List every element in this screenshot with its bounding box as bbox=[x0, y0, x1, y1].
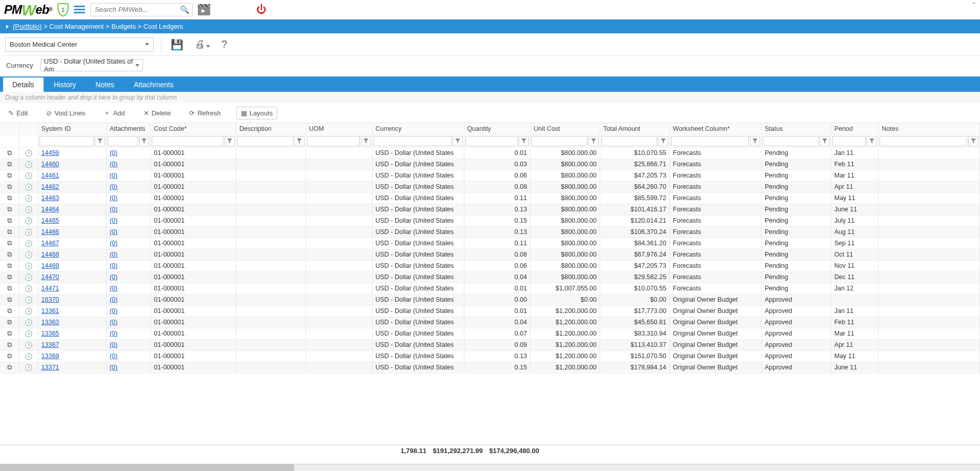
search-input[interactable] bbox=[90, 3, 193, 16]
filter-icon[interactable] bbox=[361, 136, 371, 146]
filter-icon[interactable] bbox=[867, 136, 877, 146]
table-row[interactable]: ⧉🕓14460(0)01-000001USD - Dollar (United … bbox=[0, 159, 980, 170]
layouts-button[interactable]: ▦Layouts bbox=[236, 107, 278, 120]
video-icon[interactable] bbox=[198, 4, 210, 15]
delete-button[interactable]: ✕Delete bbox=[140, 107, 174, 119]
breadcrumb-item[interactable]: Cost Ledgers bbox=[144, 23, 183, 30]
hierarchy-icon[interactable]: ⧉ bbox=[0, 249, 19, 260]
system-id-link[interactable]: 16370 bbox=[42, 296, 59, 303]
clock-icon[interactable]: 🕓 bbox=[19, 328, 38, 339]
breadcrumb-item[interactable]: Budgets bbox=[111, 23, 136, 30]
system-id-link[interactable]: 13369 bbox=[42, 352, 59, 360]
hierarchy-icon[interactable]: ⧉ bbox=[0, 362, 19, 373]
filter-icon[interactable] bbox=[968, 136, 978, 146]
horizontal-scrollbar[interactable] bbox=[0, 464, 980, 471]
system-id-link[interactable]: 14462 bbox=[42, 183, 59, 190]
system-id-link[interactable]: 13365 bbox=[42, 330, 59, 337]
col-header[interactable]: Cost Code* bbox=[151, 123, 236, 134]
void-lines-button[interactable]: ⊘Void Lines bbox=[43, 107, 88, 119]
attachments-link[interactable]: (0) bbox=[110, 285, 117, 292]
table-row[interactable]: ⧉🕓14463(0)01-000001USD - Dollar (United … bbox=[0, 192, 980, 204]
hierarchy-icon[interactable]: ⧉ bbox=[0, 339, 19, 350]
collapse-caret-icon[interactable]: ⌃ bbox=[971, 1, 977, 9]
breadcrumb-item[interactable]: Cost Management bbox=[49, 23, 104, 30]
attachments-link[interactable]: (0) bbox=[110, 307, 117, 315]
print-icon[interactable]: 🖨 bbox=[193, 38, 212, 50]
clock-icon[interactable]: 🕓 bbox=[19, 249, 38, 260]
system-id-link[interactable]: 13367 bbox=[42, 341, 59, 348]
system-id-link[interactable]: 14459 bbox=[42, 149, 59, 156]
col-header[interactable]: System ID bbox=[38, 123, 106, 134]
search-icon[interactable]: 🔍 bbox=[180, 5, 190, 14]
table-row[interactable]: ⧉🕓14466(0)01-000001USD - Dollar (United … bbox=[0, 226, 980, 238]
hierarchy-icon[interactable]: ⧉ bbox=[0, 328, 19, 339]
clock-icon[interactable]: 🕓 bbox=[19, 260, 38, 271]
hierarchy-icon[interactable]: ⧉ bbox=[0, 170, 19, 181]
edit-button[interactable]: ✎Edit bbox=[5, 107, 31, 119]
hierarchy-icon[interactable]: ⧉ bbox=[0, 260, 19, 271]
attachments-link[interactable]: (0) bbox=[110, 319, 117, 326]
clock-icon[interactable]: 🕓 bbox=[19, 192, 38, 204]
filter-input[interactable] bbox=[832, 136, 866, 146]
system-id-link[interactable]: 13371 bbox=[42, 364, 59, 371]
table-row[interactable]: ⧉🕓14459(0)01-000001USD - Dollar (United … bbox=[0, 147, 980, 159]
clock-icon[interactable]: 🕓 bbox=[19, 159, 38, 170]
filter-input[interactable] bbox=[465, 136, 518, 146]
attachments-link[interactable]: (0) bbox=[110, 161, 117, 168]
filter-input[interactable] bbox=[108, 136, 138, 146]
col-header[interactable]: Notes bbox=[879, 123, 980, 134]
clock-icon[interactable]: 🕓 bbox=[19, 170, 38, 181]
hierarchy-icon[interactable]: ⧉ bbox=[0, 271, 19, 283]
table-row[interactable]: ⧉🕓14470(0)01-000001USD - Dollar (United … bbox=[0, 271, 980, 283]
menu-icon[interactable] bbox=[74, 4, 85, 15]
attachments-link[interactable]: (0) bbox=[110, 217, 117, 224]
clock-icon[interactable]: 🕓 bbox=[19, 317, 38, 328]
attachments-link[interactable]: (0) bbox=[110, 194, 117, 202]
hierarchy-icon[interactable]: ⧉ bbox=[0, 181, 19, 192]
filter-icon[interactable] bbox=[588, 136, 599, 146]
system-id-link[interactable]: 14465 bbox=[42, 217, 59, 224]
col-header[interactable]: Worksheet Column* bbox=[669, 123, 761, 134]
system-id-link[interactable]: 13363 bbox=[42, 319, 59, 326]
system-id-link[interactable]: 14470 bbox=[42, 273, 59, 281]
col-header[interactable]: Total Amount bbox=[600, 123, 670, 134]
hierarchy-icon[interactable]: ⧉ bbox=[0, 159, 19, 170]
hierarchy-icon[interactable]: ⧉ bbox=[0, 215, 19, 226]
hierarchy-icon[interactable]: ⧉ bbox=[0, 283, 19, 294]
hierarchy-icon[interactable]: ⧉ bbox=[0, 305, 19, 317]
table-row[interactable]: ⧉🕓13365(0)01-000001USD - Dollar (United … bbox=[0, 328, 980, 339]
filter-icon[interactable] bbox=[95, 136, 105, 146]
table-row[interactable]: ⧉🕓14468(0)01-000001USD - Dollar (United … bbox=[0, 249, 980, 260]
table-row[interactable]: ⧉🕓14467(0)01-000001USD - Dollar (United … bbox=[0, 238, 980, 249]
attachments-link[interactable]: (0) bbox=[110, 296, 117, 303]
clock-icon[interactable]: 🕓 bbox=[19, 339, 38, 350]
add-button[interactable]: ＋Add bbox=[100, 106, 128, 120]
filter-input[interactable] bbox=[880, 136, 967, 146]
table-row[interactable]: ⧉🕓14464(0)01-000001USD - Dollar (United … bbox=[0, 204, 980, 215]
filter-icon[interactable] bbox=[139, 136, 149, 146]
table-row[interactable]: ⧉🕓14465(0)01-000001USD - Dollar (United … bbox=[0, 215, 980, 226]
attachments-link[interactable]: (0) bbox=[110, 228, 117, 235]
filter-input[interactable] bbox=[763, 136, 819, 146]
system-id-link[interactable]: 14461 bbox=[42, 172, 59, 179]
filter-input[interactable] bbox=[374, 136, 452, 146]
system-id-link[interactable]: 14469 bbox=[42, 262, 59, 269]
tab-notes[interactable]: Notes bbox=[86, 77, 124, 92]
save-icon[interactable]: 💾 bbox=[169, 38, 186, 51]
table-row[interactable]: ⧉🕓13363(0)01-000001USD - Dollar (United … bbox=[0, 317, 980, 328]
project-select[interactable]: Boston Medical Center bbox=[5, 37, 154, 52]
system-id-link[interactable]: 13361 bbox=[42, 307, 59, 315]
filter-input[interactable] bbox=[39, 136, 94, 146]
hierarchy-icon[interactable]: ⧉ bbox=[0, 238, 19, 249]
filter-icon[interactable] bbox=[750, 136, 760, 146]
clock-icon[interactable]: 🕓 bbox=[19, 350, 38, 362]
table-row[interactable]: ⧉🕓16370(0)01-000001USD - Dollar (United … bbox=[0, 294, 980, 305]
col-header[interactable]: Unit Cost bbox=[530, 123, 600, 134]
table-row[interactable]: ⧉🕓13361(0)01-000001USD - Dollar (United … bbox=[0, 305, 980, 317]
search-box[interactable]: 🔍 bbox=[90, 3, 193, 16]
attachments-link[interactable]: (0) bbox=[110, 341, 117, 348]
filter-icon[interactable] bbox=[519, 136, 529, 146]
attachments-link[interactable]: (0) bbox=[110, 262, 117, 269]
tab-history[interactable]: History bbox=[45, 77, 86, 92]
attachments-link[interactable]: (0) bbox=[110, 183, 117, 190]
